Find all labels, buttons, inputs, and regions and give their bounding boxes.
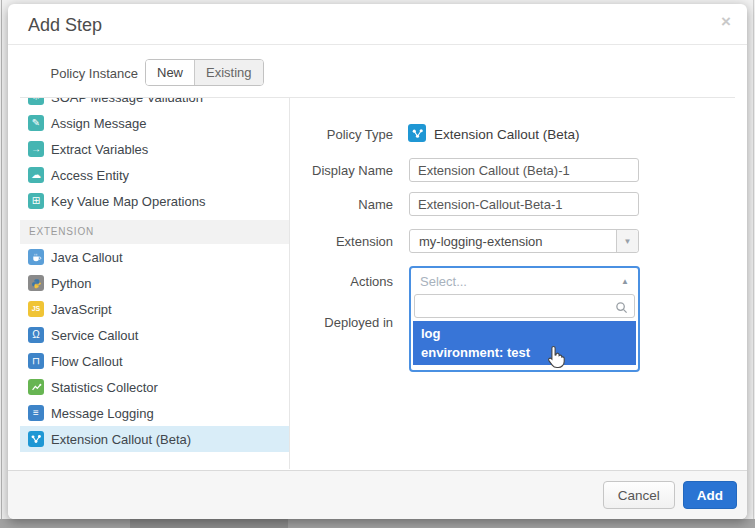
sidebar-item-label: Extract Variables [51, 142, 148, 157]
extension-callout-icon [28, 431, 44, 447]
extension-select[interactable]: my-logging-extension ▼ [409, 229, 639, 253]
policy-instance-row: Policy Instance New Existing [8, 45, 747, 97]
chevron-down-icon: ▼ [624, 237, 632, 246]
sidebar-item-label: Python [51, 276, 91, 291]
add-step-dialog: Add Step × Policy Instance New Existing … [8, 4, 747, 519]
sidebar-item-extension-callout-beta[interactable]: Extension Callout (Beta) [20, 426, 289, 452]
actions-search-input[interactable] [414, 294, 635, 318]
statistics-collector-icon [28, 379, 44, 395]
sidebar-item-flow-callout[interactable]: ⊓ Flow Callout [20, 348, 289, 374]
page-background: Add Step × Policy Instance New Existing … [0, 0, 755, 528]
assign-message-icon: ✎ [28, 115, 44, 131]
display-name-label: Display Name [233, 163, 393, 178]
extension-select-value: my-logging-extension [419, 234, 543, 249]
policy-instance-label: Policy Instance [8, 66, 138, 81]
actions-option-log[interactable]: log environment: test [413, 321, 636, 365]
actions-option-subtitle: environment: test [421, 343, 628, 362]
background-page-block [130, 519, 288, 528]
add-button[interactable]: Add [683, 481, 737, 509]
close-icon[interactable]: × [721, 12, 731, 32]
sidebar-item-label: Key Value Map Operations [51, 194, 205, 209]
dialog-body: ✳ SOAP Message Validation ✎ Assign Messa… [20, 97, 735, 469]
policy-type-label: Policy Type [233, 127, 393, 142]
java-callout-icon [28, 249, 44, 265]
sidebar-item-label: SOAP Message Validation [51, 98, 203, 105]
actions-search-wrap [414, 294, 635, 318]
dialog-title: Add Step [28, 15, 102, 36]
message-logging-icon: ≡ [28, 405, 44, 421]
policy-type-icon [408, 124, 426, 142]
sidebar-item-label: Assign Message [51, 116, 146, 131]
sidebar-item-label: JavaScript [51, 302, 112, 317]
actions-option-title: log [421, 324, 628, 343]
sidebar-item-label: Extension Callout (Beta) [51, 432, 191, 447]
dialog-header: Add Step × [8, 4, 747, 45]
access-entity-icon: ☁ [28, 167, 44, 183]
flow-callout-icon: ⊓ [28, 353, 44, 369]
sidebar-item-statistics-collector[interactable]: Statistics Collector [20, 374, 289, 400]
display-name-input[interactable] [409, 158, 639, 182]
actions-label: Actions [233, 274, 393, 289]
background-page-strip [0, 519, 755, 528]
extension-label: Extension [233, 234, 393, 249]
sidebar-item-soap-message-validation[interactable]: ✳ SOAP Message Validation [20, 98, 289, 110]
python-icon [28, 275, 44, 291]
sidebar-item-message-logging[interactable]: ≡ Message Logging [20, 400, 289, 426]
extension-select-arrow-button[interactable]: ▼ [616, 230, 638, 252]
sidebar-item-label: Message Logging [51, 406, 154, 421]
page-edge-line [753, 0, 754, 519]
sidebar-item-label: Flow Callout [51, 354, 123, 369]
cancel-button[interactable]: Cancel [603, 481, 675, 509]
policy-type-value: Extension Callout (Beta) [434, 127, 580, 142]
search-icon [615, 300, 628, 318]
page-edge-line [1, 0, 2, 519]
sidebar-item-label: Access Entity [51, 168, 129, 183]
soap-message-validation-icon: ✳ [28, 98, 44, 105]
service-callout-icon: Ω [28, 327, 44, 343]
sidebar-item-label: Statistics Collector [51, 380, 158, 395]
actions-dropdown-placeholder: Select... [420, 274, 467, 289]
name-label: Name [233, 197, 393, 212]
toggle-new-button[interactable]: New [146, 60, 194, 85]
key-value-map-icon: ⊞ [28, 193, 44, 209]
policy-instance-toggle: New Existing [145, 59, 264, 86]
extract-variables-icon: → [28, 141, 44, 157]
sidebar-item-label: Service Callout [51, 328, 138, 343]
name-input[interactable] [409, 192, 639, 216]
sidebar-item-label: Java Callout [51, 250, 123, 265]
chevron-up-icon: ▲ [621, 277, 629, 286]
javascript-icon: JS [28, 301, 44, 317]
actions-dropdown: Select... ▲ log environment: test [409, 266, 640, 372]
dialog-footer: Cancel Add [8, 470, 747, 519]
actions-dropdown-header[interactable]: Select... ▲ [411, 268, 638, 294]
toggle-existing-button[interactable]: Existing [194, 60, 263, 85]
deployed-in-label: Deployed in [233, 315, 393, 330]
